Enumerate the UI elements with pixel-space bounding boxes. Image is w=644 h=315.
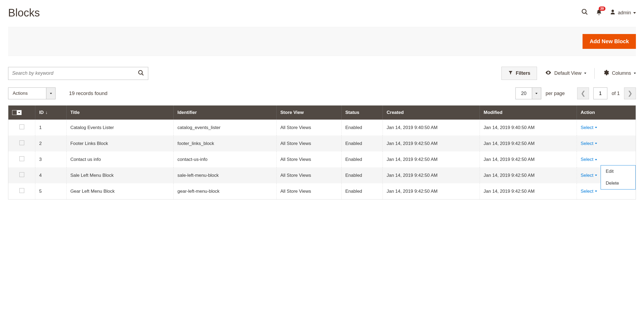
select-all-checkbox[interactable] — [12, 110, 17, 115]
cell-created: Jan 14, 2019 9:40:50 AM — [383, 120, 480, 136]
cell-store_view: All Store Views — [277, 183, 342, 199]
per-page-label: per page — [546, 91, 565, 96]
cell-status: Enabled — [341, 183, 383, 199]
cell-id: 2 — [35, 136, 67, 151]
column-header-action[interactable]: Action — [577, 106, 636, 120]
column-header-id[interactable]: ID↓ — [35, 106, 67, 120]
row-checkbox[interactable] — [19, 124, 24, 129]
column-header-store-view[interactable]: Store View — [277, 106, 342, 120]
row-checkbox[interactable] — [19, 188, 24, 193]
table-row[interactable]: 3Contact us infocontact-us-infoAll Store… — [8, 151, 636, 167]
select-action-link[interactable]: Select — [581, 157, 632, 162]
action-bar: Add New Block — [8, 27, 636, 56]
cell-modified: Jan 14, 2019 9:40:50 AM — [480, 120, 577, 136]
cell-status: Enabled — [341, 167, 383, 183]
select-action-link[interactable]: Select — [581, 141, 632, 146]
cell-status: Enabled — [341, 120, 383, 136]
chevron-down-icon — [595, 191, 597, 192]
search-submit-icon[interactable] — [134, 70, 148, 77]
cell-store_view: All Store Views — [277, 120, 342, 136]
actions-dropdown[interactable]: Actions — [8, 87, 56, 99]
column-header-checkbox[interactable] — [8, 106, 35, 120]
chevron-down-icon — [634, 73, 636, 74]
svg-line-1 — [586, 13, 587, 15]
row-checkbox[interactable] — [19, 156, 24, 161]
user-icon — [610, 9, 616, 16]
next-page-button[interactable]: ❯ — [624, 87, 636, 99]
actions-caret[interactable] — [46, 88, 55, 99]
cell-created: Jan 14, 2019 9:42:50 AM — [383, 136, 480, 151]
cell-title: Footer Links Block — [66, 136, 173, 151]
search-icon[interactable] — [581, 8, 588, 17]
cell-store_view: All Store Views — [277, 167, 342, 183]
chevron-down-icon — [595, 127, 597, 128]
blocks-table: ID↓ Title Identifier Store View Status C… — [8, 105, 636, 199]
table-row[interactable]: 4Sale Left Menu Blocksale-left-menu-bloc… — [8, 167, 636, 183]
cell-title: Contact us info — [66, 151, 173, 167]
chevron-down-icon — [595, 175, 597, 176]
cell-action: Select — [577, 136, 636, 151]
svg-point-0 — [582, 9, 586, 13]
filters-label: Filters — [516, 70, 530, 76]
bell-icon — [596, 12, 602, 16]
cell-id: 1 — [35, 120, 67, 136]
chevron-down-icon — [50, 93, 52, 94]
column-header-created[interactable]: Created — [383, 106, 480, 120]
action-menu-edit[interactable]: Edit — [601, 165, 635, 177]
cell-identifier: contact-us-info — [174, 151, 277, 167]
column-header-modified[interactable]: Modified — [480, 106, 577, 120]
cell-id: 5 — [35, 183, 67, 199]
user-label: admin — [618, 10, 631, 16]
eye-icon — [545, 69, 552, 77]
row-checkbox[interactable] — [19, 140, 24, 145]
prev-page-button[interactable]: ❮ — [577, 87, 589, 99]
chevron-down-icon — [535, 93, 538, 94]
cell-modified: Jan 14, 2019 9:42:50 AM — [480, 136, 577, 151]
cell-modified: Jan 14, 2019 9:42:50 AM — [480, 167, 577, 183]
page-title: Blocks — [8, 7, 40, 19]
cell-modified: Jan 14, 2019 9:42:50 AM — [480, 183, 577, 199]
chevron-down-icon — [595, 143, 597, 144]
funnel-icon — [508, 70, 513, 76]
sort-arrow-icon: ↓ — [45, 110, 47, 115]
search-input[interactable] — [8, 67, 134, 80]
columns-label: Columns — [612, 70, 631, 76]
notifications-button[interactable]: 39 — [596, 9, 602, 17]
cell-store_view: All Store Views — [277, 151, 342, 167]
table-row[interactable]: 2Footer Links Blockfooter_links_blockAll… — [8, 136, 636, 151]
user-menu[interactable]: admin — [610, 9, 636, 16]
filters-button[interactable]: Filters — [501, 67, 537, 80]
cell-identifier: footer_links_block — [174, 136, 277, 151]
page-size-dropdown[interactable]: 20 — [515, 87, 541, 99]
cell-identifier: sale-left-menu-block — [174, 167, 277, 183]
notification-badge: 39 — [599, 6, 605, 11]
cell-store_view: All Store Views — [277, 136, 342, 151]
chevron-up-icon — [595, 159, 597, 160]
actions-label: Actions — [8, 88, 46, 99]
cell-status: Enabled — [341, 136, 383, 151]
table-row[interactable]: 5Gear Left Menu Blockgear-left-menu-bloc… — [8, 183, 636, 199]
cell-identifier: gear-left-menu-block — [174, 183, 277, 199]
svg-point-2 — [139, 70, 142, 74]
column-header-title[interactable]: Title — [66, 106, 173, 120]
cell-created: Jan 14, 2019 9:42:50 AM — [383, 183, 480, 199]
cell-title: Catalog Events Lister — [66, 120, 173, 136]
chevron-down-icon — [633, 12, 636, 14]
cell-created: Jan 14, 2019 9:42:50 AM — [383, 167, 480, 183]
default-view-label: Default View — [554, 70, 581, 76]
action-menu-delete[interactable]: Delete — [601, 177, 635, 189]
svg-line-3 — [142, 74, 143, 75]
divider — [594, 68, 595, 79]
cell-id: 3 — [35, 151, 67, 167]
column-header-identifier[interactable]: Identifier — [174, 106, 277, 120]
page-input[interactable] — [593, 87, 607, 99]
columns-dropdown[interactable]: Columns — [603, 69, 636, 77]
column-header-status[interactable]: Status — [341, 106, 383, 120]
select-all-caret[interactable] — [17, 110, 22, 115]
select-action-link[interactable]: Select — [581, 125, 632, 130]
row-checkbox[interactable] — [19, 172, 24, 177]
add-new-block-button[interactable]: Add New Block — [583, 34, 636, 49]
page-size-caret[interactable] — [532, 88, 541, 99]
default-view-dropdown[interactable]: Default View — [545, 69, 586, 77]
table-row[interactable]: 1Catalog Events Listercatalog_events_lis… — [8, 120, 636, 136]
